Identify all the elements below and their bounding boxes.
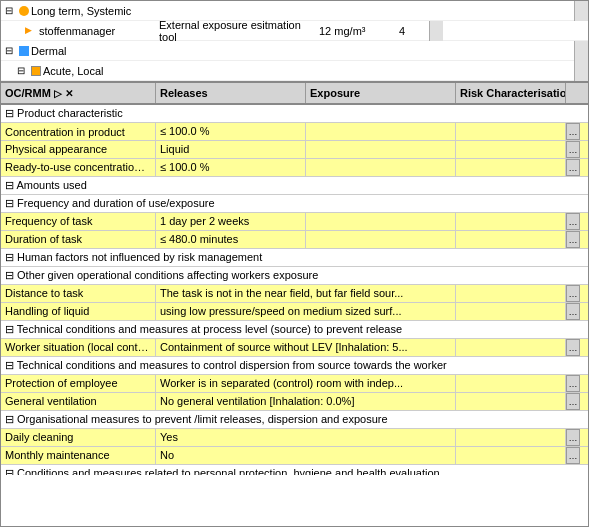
cell-oc-duration: Duration of task (1, 231, 156, 248)
btn-distance[interactable]: … (566, 285, 580, 302)
cell-releases-handling: using low pressure/speed on medium sized… (156, 303, 456, 320)
row-ventilation: General ventilation No general ventilati… (1, 393, 588, 411)
color-square-orange (31, 66, 41, 76)
header-oc-rmm: OC/RMM ▷ ✕ (1, 83, 156, 103)
section-label: ⊟ Product characteristic (5, 107, 123, 120)
cell-oc-ready: Ready-to-use concentration of product (1, 159, 156, 176)
tree-label-acute: Acute, Local (43, 65, 574, 77)
cell-risk-physical (456, 141, 566, 158)
section-amounts: ⊟ Amounts used (1, 177, 588, 195)
expand-icon-dermal[interactable]: ⊟ (5, 45, 17, 57)
tree-col2-stoffen: 12 mg/m³ (319, 25, 399, 37)
cell-oc-daily: Daily cleaning (1, 429, 156, 446)
cell-oc-distance: Distance to task (1, 285, 156, 302)
color-square-blue (19, 46, 29, 56)
row-frequency: Frequency of task 1 day per 2 weeks … (1, 213, 588, 231)
cell-oc-concentration: Concentration in product (1, 123, 156, 140)
btn-ventilation[interactable]: … (566, 393, 580, 410)
cell-releases-concentration: ≤ 100.0 % (156, 123, 306, 140)
expand-icon-longterm[interactable]: ⊟ (5, 5, 17, 17)
btn-worker-sit[interactable]: … (566, 339, 580, 356)
btn-physical[interactable]: … (566, 141, 580, 158)
section-frequency: ⊟ Frequency and duration of use/exposure (1, 195, 588, 213)
cell-oc-frequency: Frequency of task (1, 213, 156, 230)
cell-risk-duration (456, 231, 566, 248)
cell-exposure-frequency (306, 213, 456, 230)
cell-oc-worker-sit: Worker situation (local controls) (1, 339, 156, 356)
triangle-icon: ▶ (25, 25, 37, 37)
cell-risk-monthly (456, 447, 566, 464)
header-exposure: Exposure (306, 83, 456, 103)
cell-risk-concentration (456, 123, 566, 140)
cell-exposure-concentration (306, 123, 456, 140)
table-header: OC/RMM ▷ ✕ Releases Exposure Risk Charac… (1, 83, 588, 105)
section-ppe: ⊟ Conditions and measures related to per… (1, 465, 588, 475)
header-releases: Releases (156, 83, 306, 103)
cell-oc-handling: Handling of liquid (1, 303, 156, 320)
section-org: ⊟ Organisational measures to prevent /li… (1, 411, 588, 429)
cell-releases-ventilation: No general ventilation [Inhalation: 0.0%… (156, 393, 456, 410)
cell-risk-daily (456, 429, 566, 446)
cell-releases-protection: Worker is in separated (control) room wi… (156, 375, 456, 392)
btn-frequency[interactable]: … (566, 213, 580, 230)
expand-icon-acute[interactable]: ⊟ (17, 65, 29, 77)
row-protection: Protection of employee Worker is in sepa… (1, 375, 588, 393)
btn-concentration[interactable]: … (566, 123, 580, 140)
cell-releases-distance: The task is not in the near field, but f… (156, 285, 456, 302)
cell-releases-ready: ≤ 100.0 % (156, 159, 306, 176)
row-ready-to-use: Ready-to-use concentration of product ≤ … (1, 159, 588, 177)
main-table: OC/RMM ▷ ✕ Releases Exposure Risk Charac… (1, 83, 588, 475)
row-concentration: Concentration in product ≤ 100.0 % … (1, 123, 588, 141)
cell-exposure-ready (306, 159, 456, 176)
btn-handling[interactable]: … (566, 303, 580, 320)
row-worker-situation: Worker situation (local controls) Contai… (1, 339, 588, 357)
row-physical: Physical appearance Liquid … (1, 141, 588, 159)
cell-risk-protection (456, 375, 566, 392)
cell-risk-ventilation (456, 393, 566, 410)
cell-releases-worker-sit: Containment of source without LEV [Inhal… (156, 339, 456, 356)
tree-row-stoffen[interactable]: ▶ stoffenmanager External exposure esitm… (1, 21, 588, 41)
section-human: ⊟ Human factors not influenced by risk m… (1, 249, 588, 267)
cell-risk-distance (456, 285, 566, 302)
cell-oc-ventilation: General ventilation (1, 393, 156, 410)
pin-icon[interactable]: ▷ (54, 88, 62, 99)
close-icon[interactable]: ✕ (65, 88, 73, 99)
tree-row-dermal[interactable]: ⊟ Dermal (1, 41, 588, 61)
btn-duration[interactable]: … (566, 231, 580, 248)
cell-releases-frequency: 1 day per 2 weeks (156, 213, 306, 230)
tree-label-dermal: Dermal (31, 45, 574, 57)
row-distance: Distance to task The task is not in the … (1, 285, 588, 303)
row-duration: Duration of task ≤ 480.0 minutes … (1, 231, 588, 249)
section-technical-disp: ⊟ Technical conditions and measures to c… (1, 357, 588, 375)
tree-col1-stoffen: External exposure esitmation tool (159, 19, 319, 43)
cell-exposure-duration (306, 231, 456, 248)
cell-releases-daily: Yes (156, 429, 456, 446)
btn-ready[interactable]: … (566, 159, 580, 176)
row-handling: Handling of liquid using low pressure/sp… (1, 303, 588, 321)
tree-section: ⊟ Long term, Systemic ▶ stoffenmanager E… (1, 1, 588, 83)
header-risk: Risk Characterisation (456, 83, 566, 103)
cell-oc-protection: Protection of employee (1, 375, 156, 392)
table-body: ⊟ Product characteristic Concentration i… (1, 105, 588, 475)
cell-risk-ready (456, 159, 566, 176)
tree-label-longterm: Long term, Systemic (31, 5, 264, 17)
cell-risk-handling (456, 303, 566, 320)
btn-protection[interactable]: … (566, 375, 580, 392)
section-product-char: ⊟ Product characteristic (1, 105, 588, 123)
tree-row-acute[interactable]: ⊟ Acute, Local (1, 61, 588, 81)
header-oc-label: OC/RMM (5, 87, 51, 99)
cell-releases-physical: Liquid (156, 141, 306, 158)
cell-oc-monthly: Monthly maintenance (1, 447, 156, 464)
btn-monthly[interactable]: … (566, 447, 580, 464)
cell-releases-duration: ≤ 480.0 minutes (156, 231, 306, 248)
cell-releases-monthly: No (156, 447, 456, 464)
btn-daily[interactable]: … (566, 429, 580, 446)
row-monthly: Monthly maintenance No … (1, 447, 588, 465)
color-dot-orange (19, 6, 29, 16)
tree-col3-stoffen: 4 (399, 25, 429, 37)
cell-risk-worker-sit (456, 339, 566, 356)
row-daily-cleaning: Daily cleaning Yes … (1, 429, 588, 447)
section-technical-source: ⊟ Technical conditions and measures at p… (1, 321, 588, 339)
tree-label-stoffen: stoffenmanager (39, 25, 159, 37)
cell-exposure-physical (306, 141, 456, 158)
